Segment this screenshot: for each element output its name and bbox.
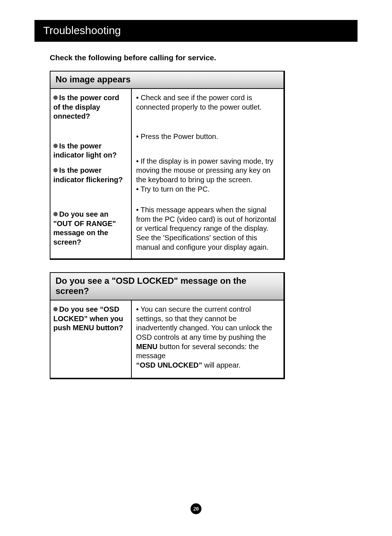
panel-header: Do you see a "OSD LOCKED" message on the… <box>50 273 283 300</box>
bullet-icon <box>53 307 58 311</box>
answer: • If the display is in power saving mode… <box>136 157 278 194</box>
bullet-icon <box>53 212 58 216</box>
panel-osd-locked: Do you see a "OSD LOCKED" message on the… <box>50 272 285 379</box>
bullet-icon <box>53 95 58 100</box>
intro-text: Check the following before calling for s… <box>50 53 358 62</box>
question: Is the power cord of the display onnecte… <box>53 93 128 121</box>
question: Do you see an "OUT OF RANGE" message on … <box>53 210 128 247</box>
page-number-badge: 20 <box>191 503 201 514</box>
answer: • This message appears when the signal f… <box>136 205 278 252</box>
question: Is the power indicator flickering? <box>53 166 128 184</box>
panel-header: No image appears <box>50 71 283 89</box>
answer: • Check and see if the power cord is con… <box>136 93 278 112</box>
bullet-icon <box>53 168 58 172</box>
section-title: Troubleshooting <box>34 20 358 42</box>
panel-no-image: No image appears Is the power cord of th… <box>50 71 285 260</box>
answer: • Press the Power button. <box>136 132 278 142</box>
question: Do you see “OSD LOCKED” when you push ME… <box>53 305 128 333</box>
answer: • You can secure the current control set… <box>136 305 278 370</box>
bullet-icon <box>53 144 58 148</box>
question: Is the power indicator light on? <box>53 142 128 160</box>
